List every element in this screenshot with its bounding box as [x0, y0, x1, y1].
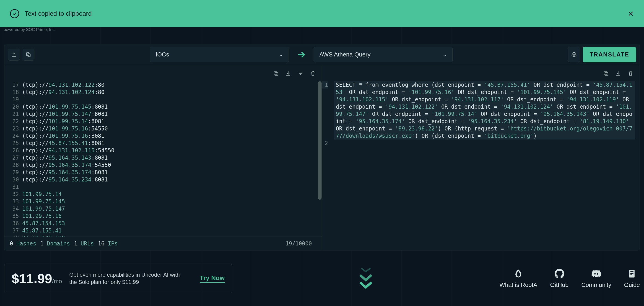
- settings-button[interactable]: [568, 47, 580, 62]
- templates-button[interactable]: [22, 49, 34, 61]
- promo-card: $11.99/mo Get even more capabilities in …: [4, 264, 232, 293]
- roota-icon: [513, 269, 523, 279]
- input-status-bar: 0 Hashes 1 Domains 1 URLs 16 IPs 19/1000…: [4, 237, 322, 250]
- scroll-down-icon[interactable]: [232, 266, 500, 291]
- svg-rect-16: [630, 274, 632, 275]
- guide-link[interactable]: Guide: [624, 269, 640, 289]
- discord-icon: [591, 269, 601, 279]
- top-toolbar: IOCs AWS Athena Query TRANSLATE: [4, 44, 640, 65]
- input-pane: 1718192021222324252627282930313233343536…: [4, 65, 322, 250]
- delete-button[interactable]: [308, 68, 318, 79]
- input-format-select[interactable]: IOCs: [150, 47, 289, 62]
- scrollbar[interactable]: [318, 81, 322, 200]
- svg-rect-15: [630, 273, 634, 274]
- upload-button[interactable]: [8, 49, 20, 61]
- svg-rect-6: [275, 72, 278, 75]
- translator-panel: IOCs AWS Athena Query TRANSLATE: [4, 44, 640, 250]
- chevron-down-icon: [279, 52, 283, 57]
- output-format-value: AWS Athena Query: [319, 51, 370, 58]
- code-area[interactable]: (tcp)://94.131.102.122:80(tcp)://94.131.…: [22, 81, 322, 237]
- footer-links: What is RootA GitHub Community Guide: [500, 269, 640, 289]
- copy-button[interactable]: [270, 68, 282, 79]
- svg-rect-11: [605, 72, 608, 75]
- svg-rect-12: [604, 71, 607, 74]
- download-button[interactable]: [613, 68, 624, 79]
- filter-button[interactable]: [295, 68, 306, 79]
- svg-point-5: [573, 54, 575, 55]
- github-link[interactable]: GitHub: [550, 269, 568, 289]
- github-icon: [554, 269, 564, 279]
- char-counter: 19/10000: [286, 240, 316, 247]
- roota-link[interactable]: What is RootA: [500, 269, 537, 289]
- output-format-select[interactable]: AWS Athena Query: [314, 47, 453, 62]
- sql-output: SELECT * from eventlog where (dst_endpoi…: [334, 81, 635, 140]
- code-area[interactable]: SELECT * from eventlog where (dst_endpoi…: [331, 81, 640, 140]
- svg-rect-14: [630, 271, 634, 272]
- community-link[interactable]: Community: [581, 269, 611, 289]
- chevron-down-icon: [442, 52, 447, 57]
- translate-button[interactable]: TRANSLATE: [583, 47, 636, 62]
- input-format-value: IOCs: [156, 51, 169, 58]
- toast-banner: Text copied to clipboard: [0, 0, 644, 27]
- toast-close-button[interactable]: [628, 10, 634, 17]
- success-check-icon: [10, 9, 19, 18]
- toast-message: Text copied to clipboard: [25, 10, 92, 17]
- price: $11.99/mo: [12, 271, 62, 286]
- guide-icon: [627, 269, 637, 279]
- output-editor[interactable]: 1 2 SELECT * from eventlog where (dst_en…: [322, 81, 640, 166]
- promo-text: Get even more capabilities in Uncoder AI…: [69, 271, 183, 286]
- line-gutter: 1 2: [322, 81, 331, 147]
- copy-button[interactable]: [600, 68, 612, 79]
- output-pane: 1 2 SELECT * from eventlog where (dst_en…: [322, 65, 640, 250]
- svg-rect-7: [274, 71, 277, 74]
- footer-row: $11.99/mo Get even more capabilities in …: [4, 264, 640, 293]
- input-editor[interactable]: 1718192021222324252627282930313233343536…: [4, 81, 322, 237]
- powered-by-text: powered by SOC Prime, Inc.: [4, 27, 56, 32]
- arrow-right-icon: [296, 49, 307, 60]
- line-gutter: 1718192021222324252627282930313233343536…: [4, 81, 22, 237]
- delete-button[interactable]: [625, 68, 636, 79]
- download-button[interactable]: [283, 68, 294, 79]
- try-now-link[interactable]: Try Now: [200, 274, 224, 283]
